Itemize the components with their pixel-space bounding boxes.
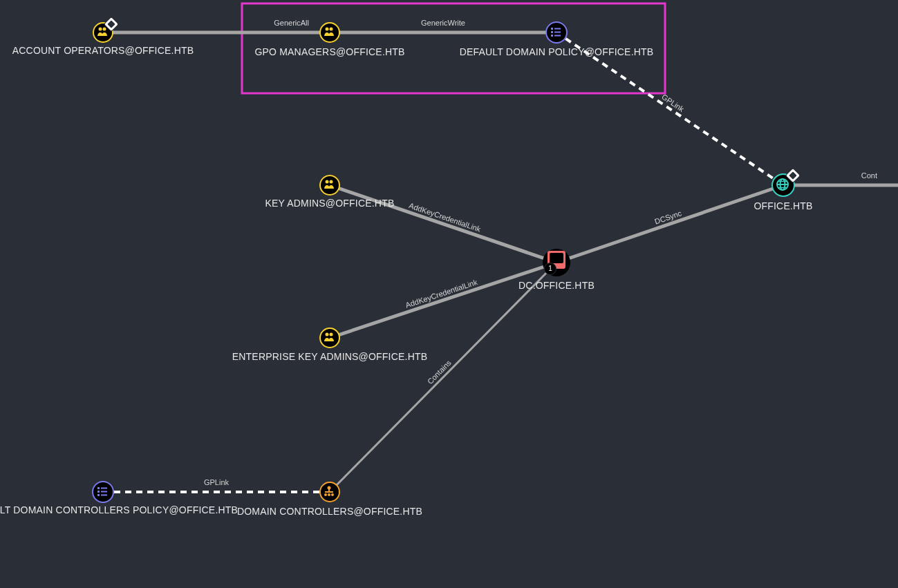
node-enterprise_key_admins[interactable] bbox=[319, 328, 340, 348]
edge-label-gpomgrs_to_ddp: GenericWrite bbox=[421, 19, 465, 27]
node-default_domain_policy[interactable] bbox=[545, 21, 568, 44]
users-icon bbox=[93, 22, 113, 43]
computer-icon: 1 bbox=[543, 249, 570, 276]
node-dc[interactable]: 1 bbox=[543, 249, 570, 276]
edges-layer bbox=[103, 32, 898, 492]
edge-labels-layer: GenericAllGenericWriteGPLinkAddKeyCreden… bbox=[204, 19, 877, 486]
count-badge: 1 bbox=[544, 263, 556, 275]
node-label-domain_controllers: DOMAIN CONTROLLERS@OFFICE.HTB bbox=[237, 506, 422, 517]
users-icon bbox=[319, 175, 340, 196]
list-icon bbox=[545, 21, 568, 44]
users-icon bbox=[319, 328, 340, 348]
users-icon bbox=[319, 22, 340, 43]
node-label-account_operators: ACCOUNT OPERATORS@OFFICE.HTB bbox=[12, 45, 194, 56]
node-default_dc_policy[interactable] bbox=[92, 481, 114, 503]
node-account_operators[interactable] bbox=[93, 22, 113, 43]
edge-label-ddcpolicy_to_domctrls: GPLink bbox=[204, 478, 230, 486]
edge-dc_to_domain[interactable] bbox=[556, 185, 783, 263]
list-icon bbox=[92, 481, 114, 503]
node-office_domain[interactable] bbox=[771, 173, 795, 197]
node-label-dc: DC.OFFICE.HTB bbox=[518, 280, 595, 291]
node-key_admins[interactable] bbox=[319, 175, 340, 196]
globe-icon bbox=[771, 173, 795, 197]
edge-keyadmins_to_dc[interactable] bbox=[330, 185, 556, 263]
node-label-enterprise_key_admins: ENTERPRISE KEY ADMINS@OFFICE.HTB bbox=[232, 351, 428, 362]
node-label-gpo_managers: GPO MANAGERS@OFFICE.HTB bbox=[254, 46, 404, 57]
node-label-default_domain_policy: DEFAULT DOMAIN POLICY@OFFICE.HTB bbox=[460, 46, 654, 57]
node-label-default_dc_policy: AULT DOMAIN CONTROLLERS POLICY@OFFICE.HT… bbox=[0, 504, 238, 515]
node-domain_controllers[interactable] bbox=[319, 482, 340, 502]
graph-canvas[interactable]: GenericAllGenericWriteGPLinkAddKeyCreden… bbox=[0, 0, 898, 588]
edge-label-ao_to_gpomgrs: GenericAll bbox=[274, 19, 309, 27]
edge-label-domain_out: Cont bbox=[861, 171, 877, 180]
node-label-office_domain: OFFICE.HTB bbox=[754, 200, 812, 211]
edge-label-ddp_to_domain: GPLink bbox=[660, 93, 686, 113]
org-unit-icon bbox=[319, 482, 340, 502]
node-gpo_managers[interactable] bbox=[319, 22, 340, 43]
node-label-key_admins: KEY ADMINS@OFFICE.HTB bbox=[265, 198, 395, 209]
edge-entkeyadmins_to_dc[interactable] bbox=[330, 263, 556, 338]
graph-svg: GenericAllGenericWriteGPLinkAddKeyCreden… bbox=[0, 0, 898, 588]
